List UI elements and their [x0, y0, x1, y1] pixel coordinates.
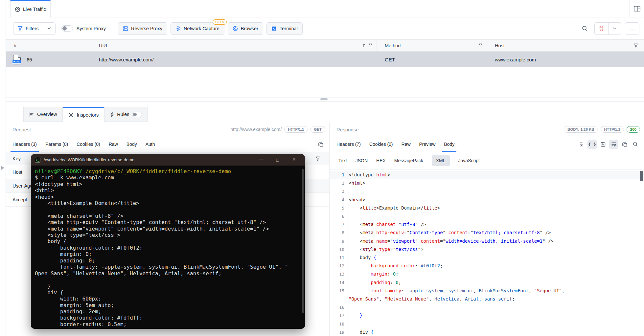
code-line: 19div { — [330, 328, 644, 336]
tab-inspectors[interactable]: Inspectors — [62, 107, 104, 122]
code-scrollbar-thumb[interactable] — [640, 171, 643, 181]
column-filter-icon[interactable] — [368, 43, 373, 48]
column-header-method[interactable]: Method — [377, 40, 487, 51]
browser-button[interactable]: Browser — [228, 22, 263, 35]
html-file-icon: HTML — [13, 55, 21, 64]
terminal-line — [35, 206, 301, 213]
format-body-button[interactable]: { } — [587, 140, 597, 149]
sort-ascending-icon[interactable] — [362, 43, 365, 48]
terminal-line: font-family: -apple-system, system-ui, B… — [35, 264, 301, 270]
format-tab[interactable]: Text — [338, 158, 347, 163]
search-button[interactable] — [579, 23, 590, 34]
code-line: 2<html> — [330, 179, 644, 187]
tab-live-traffic-label: Live Traffic — [23, 7, 46, 12]
copy-request-button[interactable] — [316, 140, 325, 149]
splitter-line-top — [6, 98, 644, 98]
code-line: 12background-color: #f0f0f2; — [330, 262, 644, 270]
terminal-line: padding: 0; — [35, 258, 301, 264]
terminal-line: background-color: #f0f0f2; — [35, 245, 301, 251]
tab-rules[interactable]: Rules — [104, 107, 148, 122]
splitter-handle[interactable] — [320, 98, 328, 100]
request-tab[interactable]: Params (0) — [45, 137, 68, 152]
session-row[interactable]: HTML 65 http://www.example.com/ GET www.… — [6, 52, 644, 67]
chevron-down-icon — [47, 27, 51, 30]
terminal-body[interactable]: niliev@PF4RQ6KY /cygdrive/c/_WORK/fiddle… — [31, 166, 305, 329]
tab-overview[interactable]: Overview — [23, 107, 63, 122]
terminal-line: background-color: #fdfdff; — [35, 315, 301, 321]
column-header-host[interactable]: Host — [487, 40, 644, 51]
toolbar-divider — [113, 24, 113, 33]
column-number-label: # — [14, 43, 16, 48]
terminal-button[interactable]: Terminal — [266, 22, 303, 35]
request-tab[interactable]: Raw — [109, 137, 118, 152]
code-line: 15font-family: -apple-system, system-ui,… — [330, 287, 644, 295]
code-line: "Open Sans", "Helvetica Neue", Helvetica… — [330, 295, 644, 303]
request-tabs: Headers (3)Params (0)Cookies (0)RawBodyA… — [6, 137, 329, 152]
terminal-line: <html> — [35, 187, 301, 193]
copy-response-button[interactable] — [620, 140, 629, 149]
rules-lightning-icon — [110, 112, 114, 117]
terminal-maximize-button[interactable]: □ — [269, 157, 286, 163]
terminal-line: <style type="text/css"> — [35, 232, 301, 238]
code-line: 14padding: 0; — [330, 279, 644, 287]
save-icon — [601, 142, 606, 147]
reverse-proxy-button[interactable]: Reverse Proxy — [118, 22, 167, 35]
rules-toggle[interactable] — [132, 112, 142, 117]
system-proxy-group: System Proxy — [59, 25, 108, 32]
inspector-tab-bar: Overview Inspectors Rules — [6, 102, 644, 122]
filters-button[interactable]: Filters — [13, 23, 43, 34]
format-tab[interactable]: JSON — [356, 158, 368, 163]
response-tab[interactable]: Headers (7) — [336, 137, 361, 152]
response-tab[interactable]: Cookies (0) — [369, 137, 393, 152]
grid-filter-icon[interactable] — [315, 156, 320, 161]
tab-live-traffic[interactable]: Live Traffic — [10, 0, 51, 18]
delete-sessions-button[interactable] — [595, 23, 608, 34]
network-capture-button[interactable]: Network Capture BETA — [171, 22, 224, 35]
search-icon — [582, 26, 588, 32]
request-tab[interactable]: Headers (3) — [12, 137, 37, 152]
terminal-line: $ curl -k www.example.com — [35, 174, 301, 181]
terminal-minimize-button[interactable]: — — [253, 157, 269, 163]
column-header-number[interactable]: # — [6, 40, 91, 51]
delete-options-button[interactable] — [608, 23, 621, 34]
terminal-close-button[interactable]: ✕ — [286, 157, 302, 163]
format-tab[interactable]: HEX — [376, 158, 386, 163]
terminal-scrollbar[interactable] — [302, 169, 304, 313]
layout-panel-button[interactable] — [630, 0, 644, 17]
browser-label: Browser — [241, 26, 258, 31]
expand-sidebar-icon[interactable] — [1, 166, 4, 170]
code-line: 11body { — [330, 254, 644, 262]
word-wrap-button[interactable] — [609, 140, 618, 149]
more-options-button[interactable]: ... — [625, 22, 639, 35]
terminal-line: niliev@PF4RQ6KY /cygdrive/c/_WORK/fiddle… — [35, 168, 301, 174]
response-tab[interactable]: Body — [444, 137, 454, 152]
format-tab[interactable]: XML — [432, 155, 450, 166]
tab-inspectors-label: Inspectors — [77, 112, 99, 118]
code-line: 9<meta name="viewport" content="width=de… — [330, 237, 644, 245]
response-tab[interactable]: Raw — [402, 137, 411, 152]
response-tab[interactable]: Preview — [419, 137, 436, 152]
search-icon — [633, 142, 638, 147]
format-tab[interactable]: JavaScript — [458, 158, 480, 163]
format-tab[interactable]: MessagePack — [394, 158, 423, 163]
terminal-title-bar[interactable]: >_ /cygdrive/c/_WORK/fiddler/fiddler-rev… — [31, 154, 305, 166]
request-tab[interactable]: Auth — [146, 137, 155, 152]
column-filter-icon[interactable] — [478, 43, 483, 48]
network-capture-icon — [175, 26, 181, 31]
app-tab-bar: Live Traffic — [6, 0, 644, 17]
sessions-table-header: # URL Method — [6, 39, 644, 52]
column-header-url[interactable]: URL — [91, 40, 377, 51]
terminal-window-title: /cygdrive/c/_WORK/fiddler/fiddler-revers… — [44, 157, 134, 162]
column-url-label: URL — [99, 43, 108, 48]
search-body-button[interactable] — [631, 140, 640, 149]
system-proxy-toggle[interactable] — [61, 25, 73, 32]
terminal-line: <head> — [35, 194, 301, 200]
save-body-button[interactable] — [598, 140, 608, 149]
request-tab[interactable]: Cookies (0) — [77, 137, 100, 152]
collapse-body-button[interactable] — [577, 140, 586, 149]
request-tab[interactable]: Body — [126, 137, 137, 152]
filters-dropdown-button[interactable] — [43, 23, 55, 34]
column-filter-icon[interactable] — [634, 43, 638, 48]
column-host-label: Host — [495, 43, 505, 48]
fold-icon — [579, 142, 584, 147]
